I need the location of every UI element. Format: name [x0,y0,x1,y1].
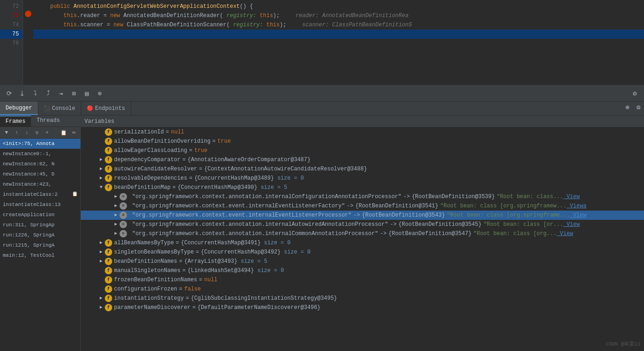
evaluate-button[interactable]: ⊞ [68,88,79,99]
panel-tab-threads[interactable]: Threads [31,115,65,127]
var-allowEagerClassLoading[interactable]: f allowEagerClassLoading = true [81,146,644,155]
debugger-tab-label: Debugger [6,105,32,111]
code-editor: 72 73 74 75 76 public AnnotationConfigSe… [0,0,644,85]
var-beanDef-internalConfigAnnotation[interactable]: ▶ ≡ "org.springframework.context.annotat… [81,192,644,201]
variables-label: Variables [84,118,114,125]
endpoints-tab-label: Endpoints [95,105,125,112]
var-serializationId[interactable]: f serializationId = null [81,127,644,137]
field-icon-bc1: ≡ [120,193,127,200]
frames-toolbar: ▼ ↑ ↓ ▽ + 📋 ∞ [0,127,80,139]
rerun-button[interactable]: ⟳ [4,88,15,99]
tab-console[interactable]: ⬛ Console [38,102,81,115]
var-beanDefinitionNames[interactable]: ▶ f beanDefinitionNames = {ArrayList@349… [81,257,644,266]
var-beanDef-internalCommonAnnotationProcessor[interactable]: ▶ ≡ "org.springframework.context.annotat… [81,229,644,238]
frame-item-6[interactable]: instantiateClass:13 [0,200,80,210]
frame-item-3[interactable]: newInstance:45, D [0,169,80,179]
var-instantiationStrategy[interactable]: ▶ f instantiationStrategy = {CglibSubcla… [81,294,644,303]
step-out-button[interactable]: ⤴ [42,88,54,99]
var-frozenBeanDefinitionNames[interactable]: f frozenBeanDefinitionNames = null [81,275,644,284]
mute-button[interactable]: ⊗ [94,88,105,99]
field-icon-bc3: ≡ [120,212,127,219]
tab-debugger[interactable]: Debugger [0,102,38,115]
var-allowBeanDefinitionOverriding[interactable]: f allowBeanDefinitionOverriding = true [81,137,644,146]
frames-add-btn[interactable]: + [42,128,52,137]
field-icon-allBean: f [105,239,112,247]
gear-icon[interactable]: ⚙ [633,102,644,113]
var-resolvableDependencies[interactable]: ▶ f resolvableDependencies = {Concurrent… [81,174,644,183]
step-over-button[interactable]: ⤓ [17,88,28,99]
frame-item-4[interactable]: newInstance:423, [0,179,80,189]
frames-dropdown-btn[interactable]: ▼ [2,128,11,137]
code-line-74: this.scanner = new ClassPathBeanDefiniti… [33,20,644,30]
code-line-76 [33,39,644,48]
endpoints-icon: 🔴 [87,105,93,111]
left-panel: Frames Threads ▼ ↑ ↓ ▽ + 📋 ∞ <init>:75, … [0,115,81,351]
var-beanDef-internalAutowiredAnnotationProcessor[interactable]: ▶ ≡ "org.springframework.context.annotat… [81,220,644,229]
field-icon-beanDefNames: f [105,258,112,265]
variables-header: Variables [81,115,644,127]
debugger-toolbar: ⟳ ⤓ ⤵ ⤴ ⇥ ⊞ ▤ ⊗ ⚙ [0,85,644,102]
panel-tab-frames[interactable]: Frames [0,115,31,127]
var-configurationFrozen[interactable]: f configurationFrozen = false [81,284,644,294]
var-singletonBeanNamesByType[interactable]: ▶ f singletonBeanNamesByType = {Concurre… [81,248,644,257]
frame-item-7[interactable]: createApplication [0,210,80,220]
field-icon-bc5: ≡ [120,230,127,237]
step-into-button[interactable]: ⤵ [30,88,41,99]
tomcat-breakpoint-icon [25,11,31,17]
field-icon-manualSingleton: f [105,267,112,274]
field-icon-configFrozen: f [105,285,112,293]
var-beanDef-internalEventListenerFactory[interactable]: ▶ ≡ "org.springframework.context.event.i… [81,201,644,211]
variables-list: f serializationId = null f allowBeanDefi… [81,127,644,351]
frames-copy-btn[interactable]: 📋 [59,128,68,137]
field-icon-resolvable: f [105,175,112,182]
frames-up-btn[interactable]: ↑ [12,128,21,137]
frame-item-5[interactable]: instantiateClass:2📋 [0,189,80,200]
field-icon-singleton: f [105,248,112,256]
field-icon-paramName: f [105,304,112,311]
code-line-75 [33,30,644,39]
frame-item-10[interactable]: run:1215, SpringA [0,240,80,250]
tab-bar: Debugger ⬛ Console 🔴 Endpoints ⊕ ⚙ [0,102,644,115]
frames-filter-btn[interactable]: ▽ [32,128,42,137]
frame-item-11[interactable]: main:12, TestCool [0,250,80,260]
field-icon-bc4: ≡ [120,221,127,228]
frame-item-8[interactable]: run:311, SpringAp [0,220,80,230]
frames-down-btn[interactable]: ↓ [22,128,31,137]
var-manualSingletonNames[interactable]: f manualSingletonNames = {LinkedHashSet@… [81,266,644,275]
tab-endpoints[interactable]: 🔴 Endpoints [81,102,131,115]
watermark: CSDN @坏蛋11 [606,340,640,347]
field-icon-depComp: f [105,156,112,163]
frames-button[interactable]: ▤ [81,88,92,99]
right-panel: Variables f serializationId = null f all… [81,115,644,351]
var-allBeanNamesByType[interactable]: ▶ f allBeanNamesByType = {ConcurrentHash… [81,238,644,248]
run-cursor-button[interactable]: ⇥ [55,88,66,99]
field-icon-autowire: f [105,165,112,173]
code-line-73: this.reader = new AnnotatedBeanDefinitio… [33,11,644,20]
frame-item-0[interactable]: <init>:75, Annota [0,139,80,149]
console-tab-label: Console [52,105,75,112]
field-icon-frozen: f [105,276,112,284]
frames-loop-btn[interactable]: ∞ [69,128,78,137]
debugger-panels: Frames Threads ▼ ↑ ↓ ▽ + 📋 ∞ <init>:75, … [0,115,644,351]
frames-list: <init>:75, Annota newInstance0:-1, newIn… [0,139,80,351]
code-content: public AnnotationConfigServletWebServerA… [33,0,644,85]
frame-item-9[interactable]: run:1226, SpringA [0,230,80,240]
add-icon[interactable]: ⊕ [622,102,633,113]
code-line-72: public AnnotationConfigServletWebServerA… [33,2,644,11]
breakpoint-column [23,0,33,85]
var-parameterNameDiscoverer[interactable]: ▶ f parameterNameDiscoverer = {DefaultPa… [81,303,644,312]
console-icon: ⬛ [44,105,50,111]
field-icon-bc2: ≡ [120,202,127,210]
field-icon-beanDefMap: f [105,184,112,191]
var-dependencyComparator[interactable]: ▶ f dependencyComparator = {AnnotationAw… [81,155,644,164]
var-autowireCandidateResolver[interactable]: ▶ f autowireCandidateResolver = {Context… [81,164,644,174]
var-beanDefinitionMap[interactable]: ▼ f beanDefinitionMap = {ConcurrentHashM… [81,183,644,192]
settings-button[interactable]: ⚙ [629,88,640,99]
frame-item-2[interactable]: newInstance:62, N [0,159,80,169]
line-numbers: 72 73 74 75 76 [0,0,23,85]
frame-item-1[interactable]: newInstance0:-1, [0,149,80,159]
var-beanDef-internalEventListenerProcessor[interactable]: ▶ ≡ "org.springframework.context.event.i… [81,211,644,220]
panel-tabs: Frames Threads [0,115,80,127]
field-icon-allowEager: f [105,147,112,154]
field-icon-allowBean: f [105,138,112,145]
